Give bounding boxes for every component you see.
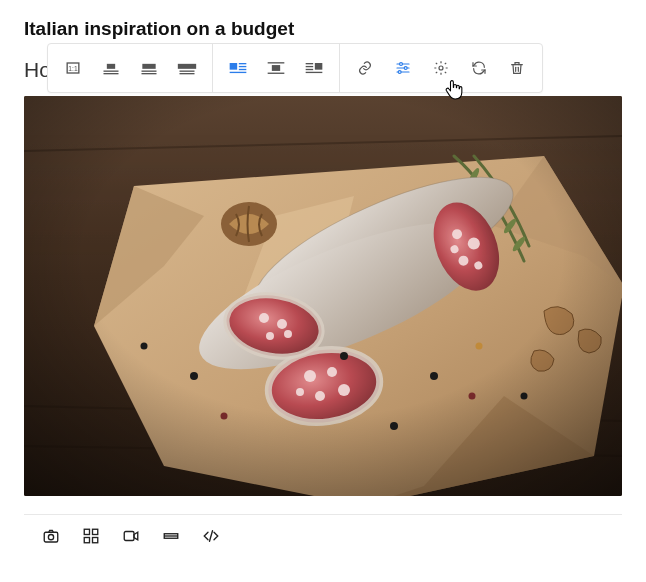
svg-rect-47	[93, 538, 98, 543]
settings-gear-icon[interactable]	[422, 44, 460, 92]
svg-rect-62	[230, 63, 238, 70]
svg-rect-61	[180, 73, 195, 74]
svg-rect-72	[306, 66, 314, 67]
svg-point-76	[400, 63, 403, 66]
svg-point-80	[398, 71, 401, 74]
size-original-icon[interactable]: 1:1	[54, 44, 92, 92]
align-center-icon[interactable]	[257, 44, 295, 92]
edit-sliders-icon[interactable]	[384, 44, 422, 92]
insert-block-bar	[24, 525, 622, 547]
divider-icon[interactable]	[160, 525, 182, 547]
svg-rect-59	[178, 64, 196, 69]
svg-rect-42	[44, 532, 58, 542]
svg-rect-65	[239, 69, 247, 70]
svg-rect-60	[180, 71, 195, 72]
svg-rect-58	[142, 73, 157, 74]
svg-rect-74	[306, 72, 323, 73]
svg-point-43	[48, 535, 53, 540]
svg-rect-68	[272, 65, 280, 71]
section-divider	[24, 514, 622, 515]
svg-rect-48	[124, 532, 134, 541]
image-toolbar: 1:1	[47, 43, 543, 93]
svg-rect-56	[142, 64, 155, 69]
svg-rect-63	[239, 63, 247, 64]
svg-rect-73	[306, 69, 314, 70]
align-left-icon[interactable]	[219, 44, 257, 92]
svg-rect-54	[104, 71, 119, 72]
svg-rect-45	[93, 529, 98, 534]
camera-icon[interactable]	[40, 525, 62, 547]
svg-rect-44	[84, 529, 89, 534]
refresh-icon[interactable]	[460, 44, 498, 92]
svg-rect-53	[107, 64, 115, 69]
svg-point-78	[404, 67, 407, 70]
svg-rect-70	[315, 63, 323, 70]
svg-rect-71	[306, 63, 314, 64]
content-image[interactable]	[24, 96, 622, 496]
gallery-grid-icon[interactable]	[80, 525, 102, 547]
svg-rect-69	[268, 73, 285, 74]
svg-point-81	[439, 66, 443, 70]
video-icon[interactable]	[120, 525, 142, 547]
svg-rect-55	[104, 73, 119, 74]
svg-text:1:1: 1:1	[68, 65, 78, 72]
size-medium-icon[interactable]	[130, 44, 168, 92]
size-small-icon[interactable]	[92, 44, 130, 92]
svg-rect-41	[24, 96, 622, 496]
size-wide-icon[interactable]	[168, 44, 206, 92]
page-title: Italian inspiration on a budget	[24, 18, 622, 40]
link-icon[interactable]	[346, 44, 384, 92]
svg-rect-64	[239, 66, 247, 67]
align-right-icon[interactable]	[295, 44, 333, 92]
code-icon[interactable]	[200, 525, 222, 547]
svg-rect-67	[268, 62, 285, 63]
svg-rect-46	[84, 538, 89, 543]
trash-icon[interactable]	[498, 44, 536, 92]
svg-rect-57	[142, 71, 157, 72]
svg-rect-66	[230, 72, 247, 73]
